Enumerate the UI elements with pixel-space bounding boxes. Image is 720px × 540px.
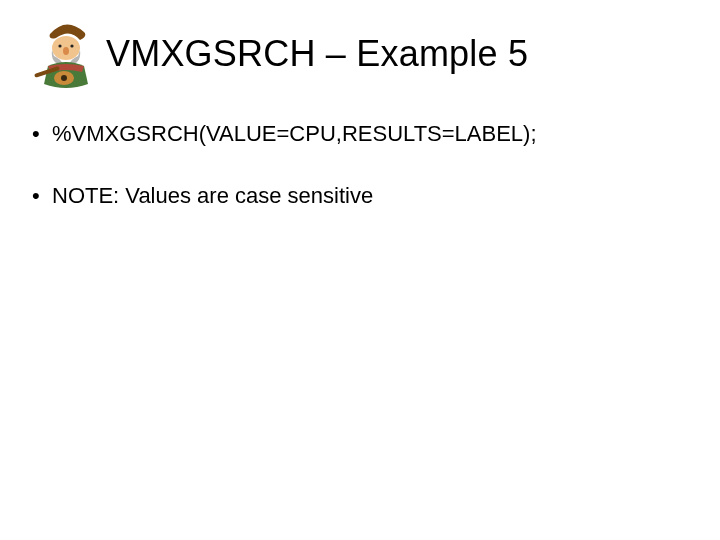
slide-header: VMXGSRCH – Example 5 bbox=[30, 18, 690, 90]
svg-point-6 bbox=[61, 75, 67, 81]
svg-point-3 bbox=[70, 44, 73, 47]
svg-point-1 bbox=[63, 47, 69, 55]
bullet-item: NOTE: Values are case sensitive bbox=[30, 182, 680, 210]
slide-title: VMXGSRCH – Example 5 bbox=[106, 33, 528, 75]
bullet-list: %VMXGSRCH(VALUE=CPU,RESULTS=LABEL); NOTE… bbox=[30, 120, 680, 209]
slide-body: %VMXGSRCH(VALUE=CPU,RESULTS=LABEL); NOTE… bbox=[30, 120, 680, 243]
svg-point-2 bbox=[58, 44, 61, 47]
bullet-item: %VMXGSRCH(VALUE=CPU,RESULTS=LABEL); bbox=[30, 120, 680, 148]
slide: VMXGSRCH – Example 5 %VMXGSRCH(VALUE=CPU… bbox=[0, 0, 720, 540]
cartoon-mascot-icon bbox=[30, 18, 102, 90]
